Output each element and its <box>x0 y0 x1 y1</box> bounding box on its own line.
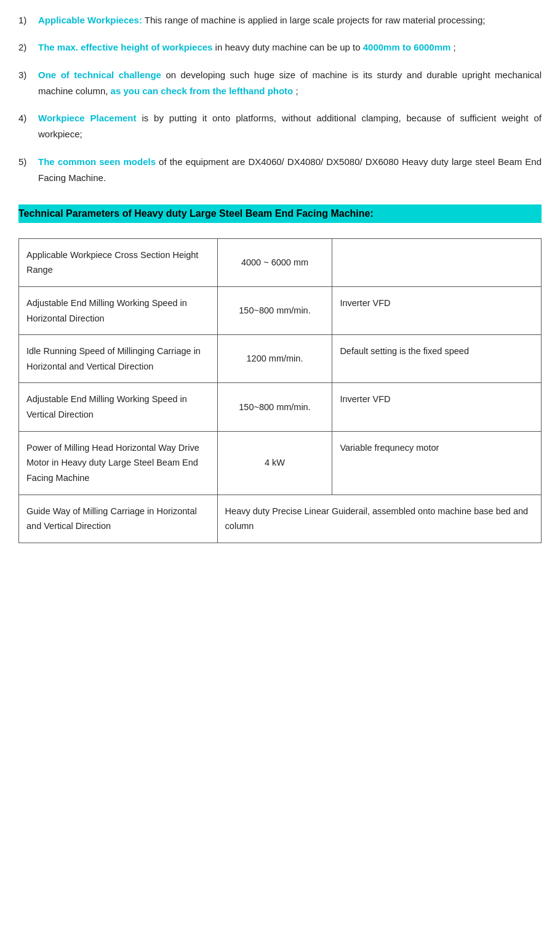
table-cell-1-2: 4000 ~ 6000 mm <box>217 238 332 286</box>
text-1: This range of machine is applied in larg… <box>145 15 486 25</box>
cell-text: Applicable Workpiece Cross Section Heigh… <box>26 250 198 275</box>
list-item-1: 1) Applicable Workpieces: This range of … <box>18 12 542 28</box>
table-cell-5-1: Power of Milling Head Horizontal Way Dri… <box>19 431 218 495</box>
cell-text: 150~800 mm/min. <box>239 402 310 412</box>
list-item-3: 3) One of technical challenge on develop… <box>18 67 542 100</box>
cell-text: Guide Way of Milling Carriage in Horizon… <box>26 506 197 531</box>
highlight-5: The common seen models <box>38 156 156 167</box>
table-cell-4-3: Inverter VFD <box>332 383 542 431</box>
intro-list: 1) Applicable Workpieces: This range of … <box>18 12 542 186</box>
text-2b: ; <box>454 42 456 52</box>
parameters-table: Applicable Workpiece Cross Section Heigh… <box>18 238 542 543</box>
table-row-6: Guide Way of Milling Carriage in Horizon… <box>19 495 542 543</box>
list-item-2: 2) The max. effective height of workpiec… <box>18 39 542 55</box>
table-cell-2-2: 150~800 mm/min. <box>217 286 332 334</box>
list-num-5: 5) <box>18 154 38 187</box>
section-title: Technical Parameters of Heavy duty Large… <box>18 204 542 223</box>
highlight-2b: 4000mm to 6000mm <box>363 42 451 52</box>
section-title-wrap: Technical Parameters of Heavy duty Large… <box>18 204 542 223</box>
list-content-3: One of technical challenge on developing… <box>38 67 542 100</box>
table-row-2: Adjustable End Milling Working Speed in … <box>19 286 542 334</box>
list-content-4: Workpiece Placement is by putting it ont… <box>38 110 542 143</box>
cell-text: Heavy duty Precise Linear Guiderail, ass… <box>225 506 528 531</box>
list-num-1: 1) <box>18 12 38 28</box>
list-num-3: 3) <box>18 67 38 100</box>
table-cell-3-3: Default setting is the fixed speed <box>332 335 542 383</box>
cell-text: 150~800 mm/min. <box>239 305 310 315</box>
highlight-3b: as you can check from the lefthand photo <box>111 86 294 96</box>
highlight-4: Workpiece Placement <box>38 113 137 123</box>
table-cell-2-1: Adjustable End Milling Working Speed in … <box>19 286 218 334</box>
table-cell-5-2: 4 kW <box>217 431 332 495</box>
highlight-2a: The max. effective height of workpieces <box>38 42 212 52</box>
table-cell-3-1: Idle Running Speed of Millinging Carriag… <box>19 335 218 383</box>
cell-text: Idle Running Speed of Millinging Carriag… <box>26 346 201 371</box>
table-row-5: Power of Milling Head Horizontal Way Dri… <box>19 431 542 495</box>
list-num-4: 4) <box>18 110 38 143</box>
table-cell-4-2: 150~800 mm/min. <box>217 383 332 431</box>
table-row-1: Applicable Workpiece Cross Section Heigh… <box>19 238 542 286</box>
list-content-1: Applicable Workpieces: This range of mac… <box>38 12 542 28</box>
cell-text: 1200 mm/min. <box>247 353 303 363</box>
table-cell-2-3: Inverter VFD <box>332 286 542 334</box>
list-content-5: The common seen models of the equipment … <box>38 154 542 187</box>
list-item-4: 4) Workpiece Placement is by putting it … <box>18 110 542 143</box>
text-2a: in heavy duty machine can be up to <box>215 42 363 52</box>
cell-text: Inverter VFD <box>340 298 390 308</box>
cell-text: Default setting is the fixed speed <box>340 346 469 356</box>
cell-text: Adjustable End Milling Working Speed in … <box>26 394 187 419</box>
list-item-5: 5) The common seen models of the equipme… <box>18 154 542 187</box>
highlight-1: Applicable Workpieces: <box>38 15 142 25</box>
table-cell-3-2: 1200 mm/min. <box>217 335 332 383</box>
table-cell-5-3: Variable frequnecy motor <box>332 431 542 495</box>
cell-text: 4 kW <box>265 458 285 467</box>
list-content-2: The max. effective height of workpieces … <box>38 39 542 55</box>
table-row-3: Idle Running Speed of Millinging Carriag… <box>19 335 542 383</box>
table-cell-1-3 <box>332 238 542 286</box>
table-cell-4-1: Adjustable End Milling Working Speed in … <box>19 383 218 431</box>
table-row-4: Adjustable End Milling Working Speed in … <box>19 383 542 431</box>
cell-text: Inverter VFD <box>340 394 390 404</box>
text-3b: ; <box>295 86 298 96</box>
cell-text: Variable frequnecy motor <box>340 443 439 453</box>
table-cell-1-1: Applicable Workpiece Cross Section Heigh… <box>19 238 218 286</box>
table-cell-6-merged: Heavy duty Precise Linear Guiderail, ass… <box>217 495 541 543</box>
cell-text: Adjustable End Milling Working Speed in … <box>26 298 187 323</box>
table-cell-6-1: Guide Way of Milling Carriage in Horizon… <box>19 495 218 543</box>
cell-text: 4000 ~ 6000 mm <box>241 257 308 267</box>
highlight-3a: One of technical challenge <box>38 70 161 80</box>
cell-text: Power of Milling Head Horizontal Way Dri… <box>26 443 199 483</box>
list-num-2: 2) <box>18 39 38 55</box>
